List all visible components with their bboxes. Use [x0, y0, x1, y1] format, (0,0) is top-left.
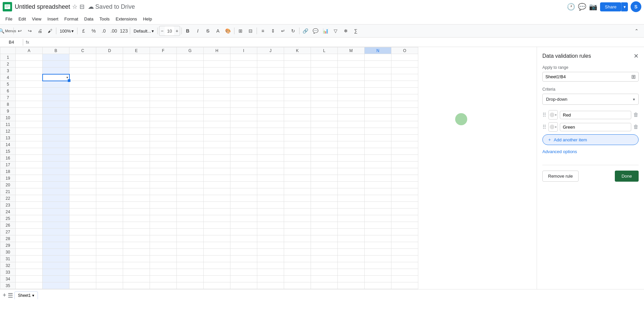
- cell-A11[interactable]: [16, 121, 43, 128]
- delete-item-1-btn[interactable]: 🗑: [633, 112, 639, 118]
- row-header-33[interactable]: 33: [0, 269, 16, 276]
- cell-L28[interactable]: [311, 235, 338, 242]
- cell-E32[interactable]: [123, 262, 150, 269]
- cell-K9[interactable]: [284, 108, 311, 115]
- cell-K21[interactable]: [284, 188, 311, 195]
- cell-I8[interactable]: [230, 101, 257, 108]
- cell-H1[interactable]: [204, 54, 230, 61]
- cell-I10[interactable]: [230, 115, 257, 121]
- cell-F8[interactable]: [150, 101, 177, 108]
- cell-N23[interactable]: [365, 202, 391, 209]
- cell-F26[interactable]: [150, 222, 177, 229]
- cell-L1[interactable]: [311, 54, 338, 61]
- cell-N19[interactable]: [365, 175, 391, 182]
- zoom-selector[interactable]: 100% ▾: [58, 28, 76, 34]
- collapse-toolbar-btn[interactable]: ⌃: [632, 26, 641, 36]
- menu-help[interactable]: Help: [140, 15, 155, 23]
- row-header-10[interactable]: 10: [0, 115, 16, 121]
- cell-O17[interactable]: [391, 162, 418, 168]
- undo-btn[interactable]: ↩: [15, 26, 24, 36]
- cell-K12[interactable]: [284, 128, 311, 135]
- cell-M22[interactable]: [338, 195, 365, 202]
- cell-J7[interactable]: [257, 94, 284, 101]
- cell-M29[interactable]: [338, 242, 365, 249]
- cell-A30[interactable]: [16, 249, 43, 256]
- cell-B16[interactable]: [43, 155, 69, 162]
- range-input[interactable]: Sheet1!B4: [545, 74, 630, 79]
- cell-G9[interactable]: [177, 108, 204, 115]
- cell-C35[interactable]: [69, 282, 96, 289]
- cell-reference-input[interactable]: B4: [1, 39, 21, 45]
- cell-M17[interactable]: [338, 162, 365, 168]
- cell-D30[interactable]: [96, 249, 123, 256]
- cell-M7[interactable]: [338, 94, 365, 101]
- cell-F22[interactable]: [150, 195, 177, 202]
- decrease-font-size-btn[interactable]: −: [159, 28, 165, 34]
- cell-J10[interactable]: [257, 115, 284, 121]
- add-sheet-button[interactable]: +: [3, 292, 6, 299]
- cell-F10[interactable]: [150, 115, 177, 121]
- formula-input[interactable]: [32, 40, 643, 45]
- cell-H17[interactable]: [204, 162, 230, 168]
- cell-G31[interactable]: [177, 256, 204, 262]
- col-header-K[interactable]: K: [284, 47, 311, 54]
- cell-G6[interactable]: [177, 88, 204, 94]
- cell-C6[interactable]: [69, 88, 96, 94]
- cell-A29[interactable]: [16, 242, 43, 249]
- cell-O15[interactable]: [391, 148, 418, 155]
- col-header-B[interactable]: B: [43, 47, 69, 54]
- cell-K23[interactable]: [284, 202, 311, 209]
- cell-J29[interactable]: [257, 242, 284, 249]
- cell-F19[interactable]: [150, 175, 177, 182]
- cell-G19[interactable]: [177, 175, 204, 182]
- cell-F33[interactable]: [150, 269, 177, 276]
- cell-N26[interactable]: [365, 222, 391, 229]
- cell-I26[interactable]: [230, 222, 257, 229]
- cell-L21[interactable]: [311, 188, 338, 195]
- cell-L15[interactable]: [311, 148, 338, 155]
- cell-J5[interactable]: [257, 81, 284, 88]
- cell-C7[interactable]: [69, 94, 96, 101]
- cell-D21[interactable]: [96, 188, 123, 195]
- cell-F4[interactable]: [150, 74, 177, 81]
- cell-N3[interactable]: [365, 67, 391, 74]
- doc-title[interactable]: Untitled spreadsheet: [15, 3, 70, 10]
- row-header-31[interactable]: 31: [0, 256, 16, 262]
- cell-N27[interactable]: [365, 229, 391, 235]
- cell-N12[interactable]: [365, 128, 391, 135]
- cell-C17[interactable]: [69, 162, 96, 168]
- cell-B10[interactable]: [43, 115, 69, 121]
- cell-F13[interactable]: [150, 135, 177, 141]
- cell-E22[interactable]: [123, 195, 150, 202]
- cell-H3[interactable]: [204, 67, 230, 74]
- cell-G29[interactable]: [177, 242, 204, 249]
- cell-N25[interactable]: [365, 215, 391, 222]
- cell-I13[interactable]: [230, 135, 257, 141]
- cell-A16[interactable]: [16, 155, 43, 162]
- cell-E16[interactable]: [123, 155, 150, 162]
- cell-J9[interactable]: [257, 108, 284, 115]
- cell-I4[interactable]: [230, 74, 257, 81]
- cell-D8[interactable]: [96, 101, 123, 108]
- cell-F9[interactable]: [150, 108, 177, 115]
- cell-L7[interactable]: [311, 94, 338, 101]
- cell-F31[interactable]: [150, 256, 177, 262]
- cell-C21[interactable]: [69, 188, 96, 195]
- cell-M4[interactable]: [338, 74, 365, 81]
- menu-edit[interactable]: Edit: [16, 15, 29, 23]
- cell-E18[interactable]: [123, 168, 150, 175]
- cell-N31[interactable]: [365, 256, 391, 262]
- cell-F16[interactable]: [150, 155, 177, 162]
- cell-B24[interactable]: [43, 209, 69, 215]
- cell-F34[interactable]: [150, 276, 177, 282]
- row-header-15[interactable]: 15: [0, 148, 16, 155]
- cell-M3[interactable]: [338, 67, 365, 74]
- cell-H13[interactable]: [204, 135, 230, 141]
- row-header-18[interactable]: 18: [0, 168, 16, 175]
- cell-J33[interactable]: [257, 269, 284, 276]
- cell-F28[interactable]: [150, 235, 177, 242]
- cell-M28[interactable]: [338, 235, 365, 242]
- cell-O14[interactable]: [391, 141, 418, 148]
- cell-B19[interactable]: [43, 175, 69, 182]
- cell-O18[interactable]: [391, 168, 418, 175]
